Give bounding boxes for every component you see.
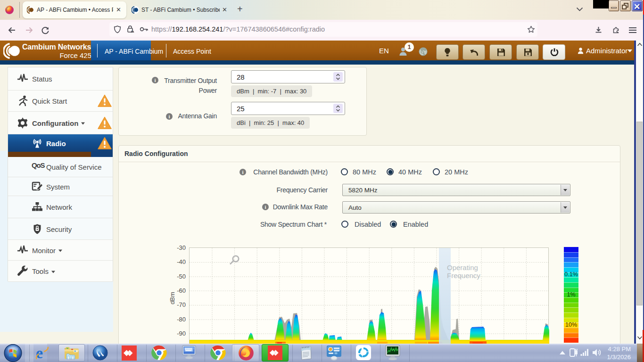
svg-text:Frequency: Frequency xyxy=(447,272,480,280)
svg-text:Operating: Operating xyxy=(447,263,478,272)
